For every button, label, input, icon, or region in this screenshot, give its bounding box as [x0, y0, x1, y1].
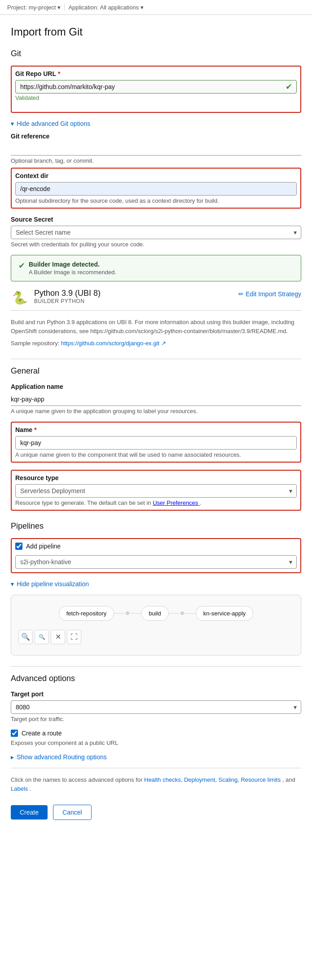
app-name-input[interactable]: [11, 393, 301, 406]
context-dir-input-wrapper: [15, 182, 297, 196]
create-route-hint: Exposes your component at a public URL: [11, 739, 301, 746]
pipelines-section-title: Pipelines: [11, 521, 301, 531]
git-repo-url-label: Git Repo URL *: [15, 70, 297, 77]
chevron-right-icon: ▸: [11, 753, 14, 761]
create-button[interactable]: Create: [11, 805, 48, 820]
fit-screen-icon: ✕: [55, 633, 61, 641]
fullscreen-icon: ⛶: [70, 633, 78, 641]
builder-image-info: 🐍 Python 3.9 (UBI 8) BUILDER PYTHON: [11, 289, 101, 307]
project-label: Project: my-project: [7, 4, 56, 11]
zoom-in-button[interactable]: 🔍: [18, 630, 33, 644]
footer-text: Click on the names to access advanced op…: [11, 775, 301, 794]
top-bar: Project: my-project ▾ Application: All a…: [0, 0, 312, 15]
add-pipeline-label: Add pipeline: [26, 543, 61, 550]
connector-dot-1: [126, 611, 129, 615]
pipelines-section: Pipelines Add pipeline s2i-python-knativ…: [11, 521, 301, 655]
git-section: Git Git Repo URL * ✔ Validated ▾ Hide ad…: [11, 49, 301, 348]
git-repo-url-input[interactable]: [15, 80, 297, 94]
create-route-checkbox[interactable]: [11, 730, 18, 737]
pipeline-viz-toggle-label: Hide pipeline visualization: [17, 580, 89, 588]
create-route-label: Create a route: [22, 730, 62, 737]
edit-import-strategy-link[interactable]: ✏ Edit Import Strategy: [238, 289, 301, 298]
hide-pipeline-viz-toggle[interactable]: ▾ Hide pipeline visualization: [11, 580, 301, 588]
builder-detected-text: Builder Image detected. A Builder Image …: [29, 261, 116, 276]
deployment-link[interactable]: Deployment: [184, 776, 215, 783]
source-secret-select-wrapper: Select Secret name ▾: [11, 226, 301, 239]
source-secret-select[interactable]: Select Secret name: [11, 226, 301, 239]
name-input[interactable]: [15, 436, 297, 450]
cancel-button[interactable]: Cancel: [53, 805, 92, 820]
git-reference-input[interactable]: [11, 143, 301, 156]
connector-dot-2: [180, 611, 184, 615]
app-name-hint: A unique name given to the application g…: [11, 408, 301, 414]
name-hint: A unique name given to the component tha…: [15, 451, 297, 458]
context-dir-hint: Optional subdirectory for the source cod…: [15, 197, 297, 204]
git-reference-field: Git reference Optional branch, tag, or c…: [11, 133, 301, 164]
advanced-options-section: Advanced options Target port 8080 ▾ Targ…: [11, 674, 301, 820]
validated-text: Validated: [15, 94, 297, 101]
pipeline-select[interactable]: s2i-python-knative: [15, 555, 297, 569]
hide-advanced-git-toggle[interactable]: ▾ Hide advanced Git options: [11, 120, 301, 127]
fullscreen-button[interactable]: ⛶: [67, 630, 81, 644]
pipelines-box: Add pipeline s2i-python-knative ▾: [11, 538, 301, 573]
context-dir-box: Context dir Optional subdirectory for th…: [11, 168, 301, 209]
advanced-options-title: Advanced options: [11, 674, 301, 683]
fit-to-screen-button[interactable]: ✕: [51, 630, 65, 644]
topbar-divider: [64, 4, 65, 11]
name-box: Name * A unique name given to the compon…: [11, 422, 301, 463]
pipeline-connector-1: [114, 611, 141, 615]
target-port-field: Target port 8080 ▾ Target port for traff…: [11, 690, 301, 722]
context-dir-input[interactable]: [15, 182, 297, 196]
chevron-down-icon: ▾: [11, 120, 14, 127]
git-reference-label: Git reference: [11, 133, 301, 140]
application-label: Application: All applications: [68, 4, 139, 11]
create-route-row: Create a route: [11, 730, 301, 737]
zoom-in-icon: 🔍: [21, 633, 30, 641]
connector-line-1: [114, 613, 125, 614]
show-advanced-routing-link[interactable]: ▸ Show advanced Routing options: [11, 753, 301, 761]
page-content: Import from Git Git Git Repo URL * ✔ Val…: [0, 15, 312, 845]
builder-image-subtitle: BUILDER PYTHON: [34, 298, 101, 304]
target-port-select[interactable]: 8080: [11, 700, 301, 714]
project-selector[interactable]: Project: my-project ▾: [7, 4, 61, 11]
advanced-git-toggle-label: Hide advanced Git options: [17, 120, 90, 127]
zoom-out-button[interactable]: 🔍: [35, 630, 49, 644]
target-port-hint: Target port for traffic.: [11, 716, 301, 722]
app-name-label: Application name: [11, 383, 301, 390]
connector-line-1b: [130, 613, 141, 614]
pencil-icon: ✏: [238, 290, 244, 298]
builder-image-name: Python 3.9 (UBI 8): [34, 289, 101, 298]
section-divider-2: [11, 666, 301, 667]
source-secret-field: Source Secret Select Secret name ▾ Secre…: [11, 216, 301, 248]
pipeline-connector-2: [169, 611, 196, 615]
resource-type-select-wrapper: Serverless Deployment ▾: [15, 484, 297, 498]
pipeline-node-fetch: fetch-repository: [59, 606, 114, 621]
health-checks-link[interactable]: Health checks: [144, 776, 181, 783]
pipeline-viz-chevron-icon: ▾: [11, 580, 14, 588]
resource-type-hint: Resource type to generate. The default c…: [15, 499, 297, 506]
edit-strategy-label: Edit Import Strategy: [246, 290, 301, 298]
resource-type-select[interactable]: Serverless Deployment: [15, 484, 297, 498]
project-chevron-icon: ▾: [57, 4, 61, 11]
python-icon: 🐍: [11, 289, 29, 307]
target-port-select-wrapper: 8080 ▾: [11, 700, 301, 714]
pipeline-flow: fetch-repository build kn-service-apply: [18, 606, 294, 621]
builder-sample-repo-link[interactable]: https://github.com/sclorg/django-ex.git …: [61, 340, 166, 347]
name-required-star: *: [34, 426, 36, 433]
builder-detected-subtitle: A Builder Image is recommended.: [29, 269, 116, 276]
pipeline-viz-box: fetch-repository build kn-service-apply: [11, 595, 301, 655]
builder-description: Build and run Python 3.9 applications on…: [11, 318, 301, 335]
required-star: *: [58, 70, 60, 77]
add-pipeline-checkbox[interactable]: [15, 543, 22, 550]
zoom-out-icon: 🔍: [39, 634, 45, 640]
scaling-link[interactable]: Scaling: [219, 776, 238, 783]
user-preferences-link[interactable]: User Preferences: [153, 499, 200, 506]
resource-limits-link[interactable]: Resource limits: [241, 776, 281, 783]
name-label: Name *: [15, 426, 297, 433]
page-title: Import from Git: [11, 26, 301, 38]
application-selector[interactable]: Application: All applications ▾: [68, 4, 144, 11]
source-secret-label: Source Secret: [11, 216, 301, 223]
app-name-field: Application name A unique name given to …: [11, 383, 301, 414]
labels-link[interactable]: Labels: [11, 785, 28, 792]
git-repo-url-input-wrapper: ✔: [15, 80, 297, 94]
